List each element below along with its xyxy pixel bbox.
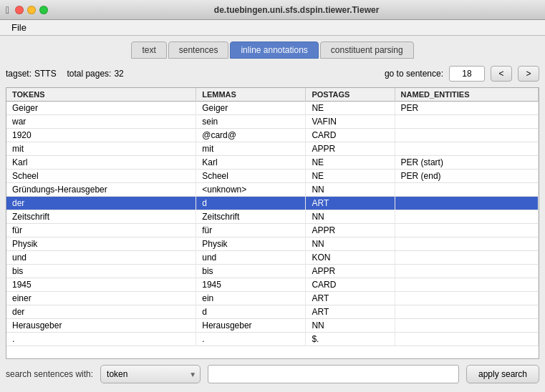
cell-tokens: Zeitschrift	[6, 210, 196, 224]
col-lemmas: LEMMAS	[196, 88, 306, 102]
table-row[interactable]: mitmitAPPR	[6, 142, 539, 156]
cell-tokens: der	[6, 305, 196, 319]
search-input[interactable]	[208, 365, 459, 383]
search-type-select[interactable]: tokenlemmapostagnamed entity	[100, 365, 201, 383]
tab-sentences[interactable]: sentences	[168, 41, 229, 59]
cell-postags: APPR	[306, 142, 395, 156]
table-row[interactable]: undundKON	[6, 251, 539, 265]
cell-lemmas: mit	[196, 142, 306, 156]
goto-input[interactable]	[449, 66, 485, 82]
table-row[interactable]: warseinVAFIN	[6, 115, 539, 129]
cell-named_entities	[395, 224, 538, 237]
table-row[interactable]: 19451945CARD	[6, 278, 539, 292]
cell-named_entities	[395, 183, 538, 197]
apply-search-button[interactable]: apply search	[466, 365, 539, 383]
cell-named_entities	[395, 265, 538, 278]
table-row[interactable]: ZeitschriftZeitschriftNN	[6, 210, 539, 224]
annotations-table: TOKENS LEMMAS POSTAGS NAMED_ENTITIES Gei…	[6, 87, 539, 359]
table-row[interactable]: einereinART	[6, 292, 539, 305]
table-row[interactable]: 1920@card@CARD	[6, 129, 539, 142]
cell-postags: NE	[306, 156, 395, 170]
table-row[interactable]: PhysikPhysikNN	[6, 237, 539, 251]
cell-lemmas: @card@	[196, 129, 306, 142]
cell-tokens: Herausgeber	[6, 319, 196, 333]
cell-lemmas: d	[196, 305, 306, 319]
table-row[interactable]: GeigerGeigerNEPER	[6, 102, 539, 115]
tab-bar: text sentences inline annotations consti…	[6, 41, 539, 59]
prev-button[interactable]: <	[491, 66, 512, 82]
maximize-button[interactable]	[39, 6, 48, 14]
cell-tokens: .	[6, 333, 196, 346]
minimize-button[interactable]	[27, 6, 36, 14]
cell-lemmas: für	[196, 224, 306, 237]
title-bar:  de.tuebingen.uni.sfs.dspin.tiewer.Tiew…	[0, 0, 545, 20]
cell-tokens: bis	[6, 265, 196, 278]
cell-named_entities	[395, 251, 538, 265]
cell-postags: VAFIN	[306, 115, 395, 129]
cell-lemmas: und	[196, 251, 306, 265]
table-row[interactable]: derdART	[6, 197, 539, 210]
window-title: de.tuebingen.uni.sfs.dspin.tiewer.Tiewer	[54, 5, 539, 15]
table-row[interactable]: bisbisAPPR	[6, 265, 539, 278]
table-row[interactable]: HerausgeberHerausgeberNN	[6, 319, 539, 333]
close-button[interactable]	[15, 6, 24, 14]
cell-named_entities	[395, 115, 538, 129]
cell-lemmas: Scheel	[196, 170, 306, 183]
cell-postags: CARD	[306, 278, 395, 292]
cell-tokens: war	[6, 115, 196, 129]
cell-lemmas: Physik	[196, 237, 306, 251]
table-header-row: TOKENS LEMMAS POSTAGS NAMED_ENTITIES	[6, 88, 539, 102]
cell-postags: NN	[306, 319, 395, 333]
cell-tokens: einer	[6, 292, 196, 305]
cell-postags: KON	[306, 251, 395, 265]
cell-postags: APPR	[306, 224, 395, 237]
cell-lemmas: sein	[196, 115, 306, 129]
cell-postags: CARD	[306, 129, 395, 142]
cell-tokens: 1945	[6, 278, 196, 292]
cell-named_entities	[395, 333, 538, 346]
menu-bar: File	[0, 20, 545, 36]
cell-tokens: Physik	[6, 237, 196, 251]
info-bar: tagset: STTS total pages: 32 go to sente…	[6, 66, 539, 82]
cell-tokens: der	[6, 197, 196, 210]
cell-postags: NE	[306, 170, 395, 183]
table-row[interactable]: ScheelScheelNEPER (end)	[6, 170, 539, 183]
cell-named_entities: PER	[395, 102, 538, 115]
goto-label: go to sentence:	[385, 69, 443, 79]
cell-lemmas: <unknown>	[196, 183, 306, 197]
next-button[interactable]: >	[518, 66, 539, 82]
cell-postags: ART	[306, 292, 395, 305]
cell-postags: ART	[306, 197, 395, 210]
navigation-controls: go to sentence: < >	[385, 66, 539, 82]
table-row[interactable]: KarlKarlNEPER (start)	[6, 156, 539, 170]
cell-named_entities	[395, 197, 538, 210]
table-row[interactable]: Gründungs-Herausgeber<unknown>NN	[6, 183, 539, 197]
cell-named_entities	[395, 142, 538, 156]
cell-named_entities	[395, 305, 538, 319]
table-row[interactable]: fürfürAPPR	[6, 224, 539, 237]
main-content: text sentences inline annotations consti…	[0, 36, 545, 392]
cell-named_entities	[395, 292, 538, 305]
cell-tokens: Geiger	[6, 102, 196, 115]
tab-inline-annotations[interactable]: inline annotations	[230, 41, 318, 59]
menu-file[interactable]: File	[6, 21, 32, 34]
cell-postags: APPR	[306, 265, 395, 278]
cell-postags: ART	[306, 305, 395, 319]
cell-named_entities	[395, 319, 538, 333]
cell-lemmas: Zeitschrift	[196, 210, 306, 224]
table-row[interactable]: derdART	[6, 305, 539, 319]
total-label: total pages:	[67, 69, 111, 79]
cell-named_entities	[395, 129, 538, 142]
table-row[interactable]: ..$.	[6, 333, 539, 346]
cell-named_entities: PER (end)	[395, 170, 538, 183]
cell-tokens: Gründungs-Herausgeber	[6, 183, 196, 197]
tab-constituent-parsing[interactable]: constituent parsing	[320, 41, 414, 59]
cell-tokens: Scheel	[6, 170, 196, 183]
tagset-info: tagset: STTS total pages: 32	[6, 69, 124, 79]
tab-text[interactable]: text	[131, 41, 166, 59]
cell-tokens: 1920	[6, 129, 196, 142]
cell-tokens: mit	[6, 142, 196, 156]
cell-tokens: Karl	[6, 156, 196, 170]
cell-lemmas: Karl	[196, 156, 306, 170]
col-named-entities: NAMED_ENTITIES	[395, 88, 538, 102]
